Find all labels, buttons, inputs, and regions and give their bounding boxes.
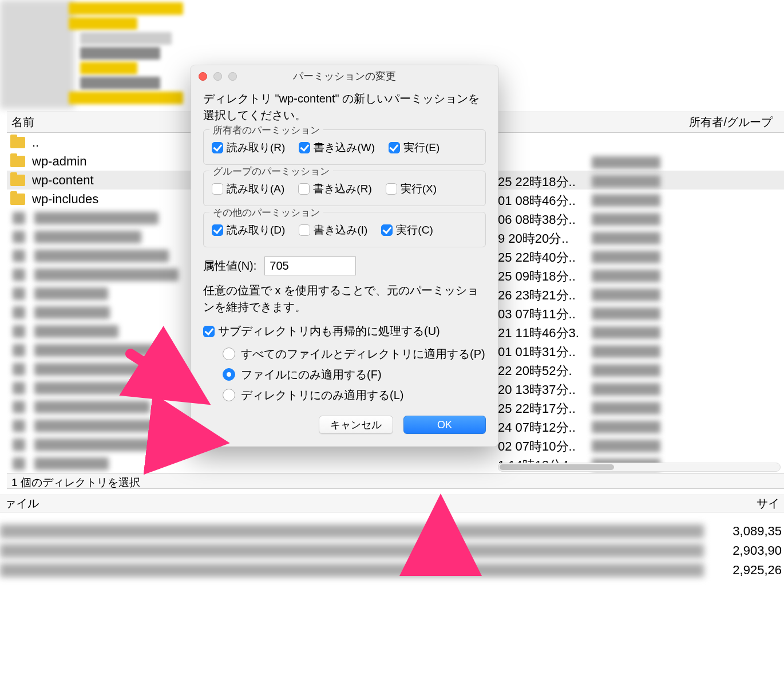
timestamp-cell: 01 08時46分.. xyxy=(498,191,587,210)
timestamp-cell: 02 07時10分.. xyxy=(498,437,587,456)
owner-cell-blur xyxy=(592,191,784,210)
timestamp-cell: 20 13時37分.. xyxy=(498,380,587,399)
timestamp-cell: 21 11時46分3. xyxy=(498,323,587,342)
checkbox-icon xyxy=(203,326,215,337)
checkbox-icon xyxy=(298,183,310,195)
owner-cell-blur xyxy=(592,267,784,286)
attr-input[interactable] xyxy=(264,256,356,275)
timestamp-cell: 25 22時17分.. xyxy=(498,399,587,418)
owner-write[interactable]: 書き込み(W) xyxy=(299,140,375,155)
col-name: 名前 xyxy=(11,115,34,130)
timestamp-cell: 26 23時21分.. xyxy=(498,286,587,305)
h-scrollbar[interactable] xyxy=(498,463,781,472)
group-read[interactable]: 読み取り(A) xyxy=(212,181,284,196)
timestamp-cell: 03 07時11分.. xyxy=(498,305,587,323)
bottom-col-size: サイ xyxy=(757,496,779,511)
transfer-row: 3,089,35 xyxy=(0,522,784,541)
other-group: その他のパーミッション 読み取り(D) 書き込み(I) 実行(C) xyxy=(203,212,486,247)
file-name: .. xyxy=(32,135,39,150)
checkbox-icon xyxy=(212,224,223,236)
owner-column xyxy=(592,153,784,475)
other-read[interactable]: 読み取り(D) xyxy=(212,223,285,238)
owner-cell-blur xyxy=(592,380,784,399)
transfer-row: 2,925,26 xyxy=(0,560,784,580)
attr-label: 属性値(N): xyxy=(203,258,256,274)
bottom-col-file: ァイル xyxy=(5,496,39,511)
file-name: wp-admin xyxy=(32,154,86,169)
bottom-header[interactable]: ァイル サイ xyxy=(0,495,784,512)
file-name: wp-content xyxy=(32,173,94,188)
owner-cell-blur xyxy=(592,248,784,267)
owner-cell-blur xyxy=(592,229,784,248)
timestamp-cell: 25 22時40分.. xyxy=(498,248,587,267)
folder-icon xyxy=(10,194,25,205)
owner-cell-blur xyxy=(592,437,784,456)
radio-apply-dirs[interactable]: ディレクトリにのみ適用する(L) xyxy=(223,385,486,405)
timestamp-column: 25 22時18分..01 08時46分..06 08時38分..9 20時20… xyxy=(498,153,587,475)
owner-cell-blur xyxy=(592,172,784,191)
timestamp-cell: 06 08時38分.. xyxy=(498,210,587,229)
group-exec[interactable]: 実行(X) xyxy=(386,181,437,196)
bg-blur xyxy=(0,0,74,109)
checkbox-icon xyxy=(389,142,400,153)
timestamp-cell: 01 01時31分.. xyxy=(498,342,587,361)
owner-read[interactable]: 読み取り(R) xyxy=(212,140,285,155)
zoom-icon xyxy=(228,72,237,81)
checkbox-icon xyxy=(212,183,223,195)
file-name: wp-includes xyxy=(32,192,98,207)
timestamp-cell: 9 20時20分.. xyxy=(498,229,587,248)
radio-icon xyxy=(223,348,235,360)
owner-cell-blur xyxy=(592,418,784,437)
timestamp-cell: 25 09時18分.. xyxy=(498,267,587,286)
owner-cell-blur xyxy=(592,361,784,380)
radio-apply-all[interactable]: すべてのファイルとディレクトリに適用する(P) xyxy=(223,344,486,364)
owner-cell-blur xyxy=(592,342,784,361)
minimize-icon xyxy=(213,72,222,81)
timestamp-cell: 24 07時12分.. xyxy=(498,418,587,437)
timestamp-cell: 25 22時18分.. xyxy=(498,172,587,191)
owner-exec[interactable]: 実行(E) xyxy=(389,140,439,155)
owner-cell-blur xyxy=(592,323,784,342)
folder-tree-blur xyxy=(69,0,183,109)
other-legend: その他のパーミッション xyxy=(209,206,323,219)
titlebar: パーミッションの変更 xyxy=(191,65,498,87)
timestamp-cell: 22 20時52分. xyxy=(498,361,587,380)
dialog-prompt: ディレクトリ "wp-content" の新しいパーミッションを選択してください… xyxy=(203,90,486,124)
col-owner: 所有者/グループ xyxy=(689,115,773,130)
close-icon[interactable] xyxy=(199,72,207,81)
checkbox-icon xyxy=(381,224,393,236)
timestamp-cell xyxy=(498,153,587,172)
group-legend: グループのパーミッション xyxy=(209,165,333,178)
group-write[interactable]: 書き込み(R) xyxy=(298,181,371,196)
owner-cell-blur xyxy=(592,305,784,323)
owner-cell-blur xyxy=(592,399,784,418)
status-text: 1 個のディレクトリを選択 xyxy=(11,476,140,488)
owner-cell-blur xyxy=(592,286,784,305)
checkbox-icon xyxy=(386,183,397,195)
checkbox-icon xyxy=(212,142,223,153)
cancel-button[interactable]: キャンセル xyxy=(319,416,393,434)
owner-cell-blur xyxy=(592,153,784,172)
hint-text: 任意の位置で x を使用することで、元のパーミッションを維持できます。 xyxy=(203,282,486,315)
status-bar: 1 個のディレクトリを選択 xyxy=(7,473,784,489)
radio-apply-files[interactable]: ファイルにのみ適用する(F) xyxy=(223,364,486,385)
bottom-panel: ァイル サイ 3,089,352,903,902,925,26 xyxy=(0,495,784,679)
permissions-dialog: パーミッションの変更 ディレクトリ "wp-content" の新しいパーミッシ… xyxy=(191,65,498,447)
checkbox-icon xyxy=(299,142,310,153)
ok-button[interactable]: OK xyxy=(403,416,486,434)
radio-icon xyxy=(223,389,235,401)
radio-icon xyxy=(223,368,235,381)
size-value: 2,925,26 xyxy=(732,563,782,578)
other-exec[interactable]: 実行(C) xyxy=(381,223,433,238)
checkbox-icon xyxy=(299,224,310,236)
other-write[interactable]: 書き込み(I) xyxy=(299,223,367,238)
size-value: 2,903,90 xyxy=(732,543,782,558)
size-value: 3,089,35 xyxy=(732,524,782,539)
folder-icon xyxy=(10,137,25,148)
folder-icon xyxy=(10,156,25,167)
owner-legend: 所有者のパーミッション xyxy=(209,124,323,137)
owner-cell-blur xyxy=(592,210,784,229)
group-group: グループのパーミッション 読み取り(A) 書き込み(R) 実行(X) xyxy=(203,171,486,206)
recurse-checkbox[interactable]: サブディレクトリ内も再帰的に処理する(U) xyxy=(203,323,486,339)
transfer-row: 2,903,90 xyxy=(0,541,784,560)
